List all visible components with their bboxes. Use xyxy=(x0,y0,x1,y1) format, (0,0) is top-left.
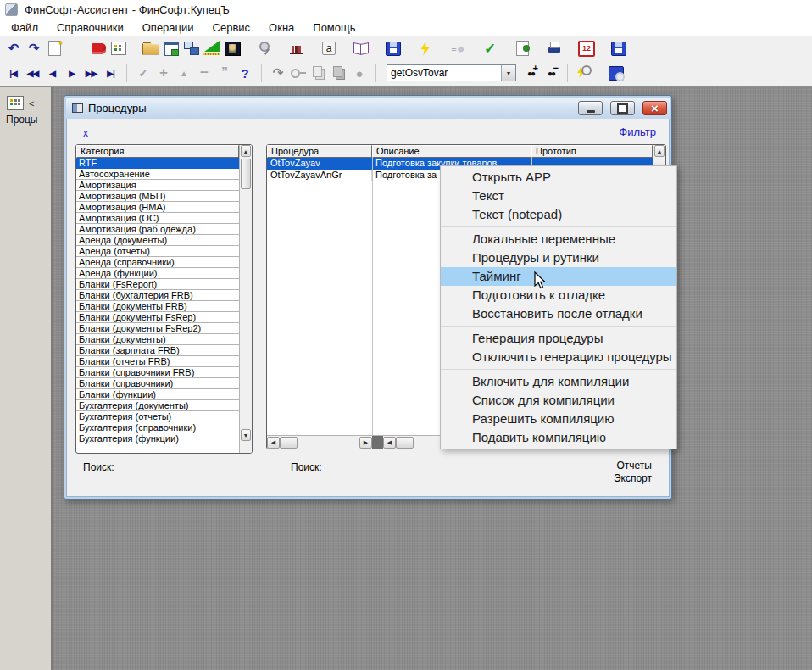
move-icon[interactable] xyxy=(329,62,349,84)
context-item-text-notepad[interactable]: Текст (notepad) xyxy=(441,205,676,224)
help-icon[interactable] xyxy=(235,62,255,84)
category-item[interactable]: Бланки (бухгалтерия FRB) xyxy=(76,290,239,301)
book-icon[interactable] xyxy=(88,37,108,59)
category-item[interactable]: Бланки (документы FsRep2) xyxy=(76,323,239,334)
network-icon[interactable] xyxy=(181,37,202,59)
scroll-right-button[interactable]: ▶ xyxy=(359,437,372,449)
flash-search-icon[interactable] xyxy=(574,62,594,84)
reports-link[interactable]: Отчеты xyxy=(617,460,652,472)
category-scrollbar[interactable]: ▲ ▼ xyxy=(239,145,252,453)
chart-icon[interactable] xyxy=(286,37,307,59)
category-item[interactable]: Амортизация (раб.одежда) xyxy=(76,224,239,235)
properties-icon[interactable] xyxy=(108,37,129,59)
context-item-compilation-list[interactable]: Список для компиляции xyxy=(441,391,676,410)
context-item-open-app[interactable]: Открыть APP xyxy=(441,168,676,187)
combobox-dropdown-button[interactable]: ▼ xyxy=(501,65,515,81)
panel-list-icon[interactable] xyxy=(7,96,24,110)
minimize-button[interactable] xyxy=(578,101,603,115)
category-item[interactable]: RTF xyxy=(76,158,239,169)
category-item[interactable]: Бланки (FsReport) xyxy=(76,279,239,290)
open-book-icon[interactable] xyxy=(351,37,371,59)
menu-file[interactable]: Файл xyxy=(2,20,47,36)
category-item[interactable]: Аренда (отчеты) xyxy=(76,246,239,257)
edit-icon[interactable] xyxy=(174,62,194,84)
nav-fast-forward-button[interactable] xyxy=(81,63,101,83)
debug-bug-icon[interactable] xyxy=(512,37,532,59)
delete-icon[interactable] xyxy=(194,62,214,84)
context-item-allow-compilation[interactable]: Разрешить компиляцию xyxy=(441,410,676,428)
category-item[interactable]: Амортизация (ОС) xyxy=(76,213,239,224)
stop-icon[interactable] xyxy=(349,62,370,84)
save-search-icon[interactable] xyxy=(606,62,626,84)
menu-directories[interactable]: Справочники xyxy=(47,20,133,36)
context-item-suppress-compilation[interactable]: Подавить компиляцию xyxy=(441,428,676,447)
category-column-header[interactable]: Категория xyxy=(76,145,239,158)
column-header-description[interactable]: Описание xyxy=(372,145,531,158)
context-item-include-compilation[interactable]: Включить для компиляции xyxy=(441,372,676,391)
scroll-up-button[interactable]: ▲ xyxy=(654,145,665,157)
context-item-prepare-debug[interactable]: Подготовить к отладке xyxy=(441,286,676,304)
nav-fast-back-button[interactable] xyxy=(23,63,42,83)
scroll-down-button[interactable]: ▼ xyxy=(241,429,251,441)
nav-last-button[interactable] xyxy=(101,63,120,83)
category-item[interactable]: Бухгалтерия (справочники) xyxy=(76,422,239,433)
nav-first-button[interactable] xyxy=(3,63,23,83)
scrollbar-splitter[interactable] xyxy=(372,436,383,449)
context-item-text[interactable]: Текст xyxy=(441,187,676,205)
menu-service[interactable]: Сервис xyxy=(203,20,260,36)
filter-link[interactable]: Фильтр xyxy=(619,126,656,138)
scroll-thumb[interactable] xyxy=(241,159,251,189)
window-layout-icon[interactable] xyxy=(161,37,181,59)
category-item[interactable]: Амортизация (МБП) xyxy=(76,191,239,202)
context-item-timing[interactable]: Тайминг xyxy=(441,267,676,286)
font-a-icon[interactable] xyxy=(319,37,339,59)
dialog-titlebar[interactable]: Процедуры xyxy=(66,98,670,119)
category-item[interactable]: Амортизация (НМА) xyxy=(76,202,239,213)
refresh-icon[interactable] xyxy=(268,62,288,84)
category-item[interactable]: Аренда (функции) xyxy=(76,268,239,279)
calendar-12-icon[interactable] xyxy=(576,37,597,59)
page-redo-icon[interactable] xyxy=(24,37,44,59)
category-item[interactable]: Бланки (документы FRB) xyxy=(76,301,239,312)
nav-forward-button[interactable] xyxy=(62,63,81,83)
scroll-left-button[interactable]: ◀ xyxy=(267,437,280,449)
category-item[interactable]: Бланки (отчеты FRB) xyxy=(76,356,239,367)
add-icon[interactable] xyxy=(153,62,174,84)
menu-help[interactable]: Помощь xyxy=(303,20,364,36)
copy-icon[interactable] xyxy=(309,62,329,84)
printer-icon[interactable] xyxy=(544,37,565,59)
save-icon[interactable] xyxy=(609,37,629,59)
scroll-thumb[interactable] xyxy=(396,437,414,449)
comet-icon[interactable] xyxy=(448,37,468,59)
column-header-prototype[interactable]: Прототип xyxy=(531,145,653,158)
category-item[interactable]: Бланки (справочники FRB) xyxy=(76,367,239,378)
scroll-thumb[interactable] xyxy=(280,437,298,449)
menu-windows[interactable]: Окна xyxy=(259,20,303,36)
close-button[interactable] xyxy=(642,101,667,115)
open-folder-icon[interactable] xyxy=(141,37,161,59)
category-item[interactable]: Бухгалтерия (функции) xyxy=(76,433,239,444)
collapse-panel-button[interactable]: < xyxy=(29,98,34,109)
scroll-up-button[interactable]: ▲ xyxy=(241,145,251,157)
category-item[interactable]: Бланки (справочники) xyxy=(76,378,239,389)
nav-back-button[interactable] xyxy=(42,63,62,83)
pin-icon[interactable] xyxy=(254,37,275,59)
confirm-icon[interactable] xyxy=(133,62,153,84)
category-item[interactable]: Бланки (документы FsRep) xyxy=(76,312,239,323)
category-item[interactable]: Аренда (документы) xyxy=(76,235,239,246)
scroll-left-button[interactable]: ◀ xyxy=(383,437,396,449)
category-item[interactable]: Бланки (документы) xyxy=(76,334,239,345)
save-window-icon[interactable] xyxy=(383,37,403,59)
maximize-button[interactable] xyxy=(610,101,635,115)
context-item-procedures-routines[interactable]: Процедуры и рутинки xyxy=(441,248,676,267)
ruler-icon[interactable] xyxy=(202,37,222,59)
category-item[interactable]: Бланки (функции) xyxy=(76,389,239,400)
export-link[interactable]: Экспорт xyxy=(614,472,652,484)
picture-icon[interactable] xyxy=(222,37,242,59)
check-icon[interactable] xyxy=(480,37,500,59)
context-item-disable-generation[interactable]: Отключить генерацию процедуры xyxy=(441,348,676,366)
close-category-link[interactable]: x xyxy=(83,127,88,139)
lightning-icon[interactable] xyxy=(415,37,436,59)
category-item[interactable]: Амортизация xyxy=(76,180,239,191)
category-item[interactable]: Аренда (справочники) xyxy=(76,257,239,268)
